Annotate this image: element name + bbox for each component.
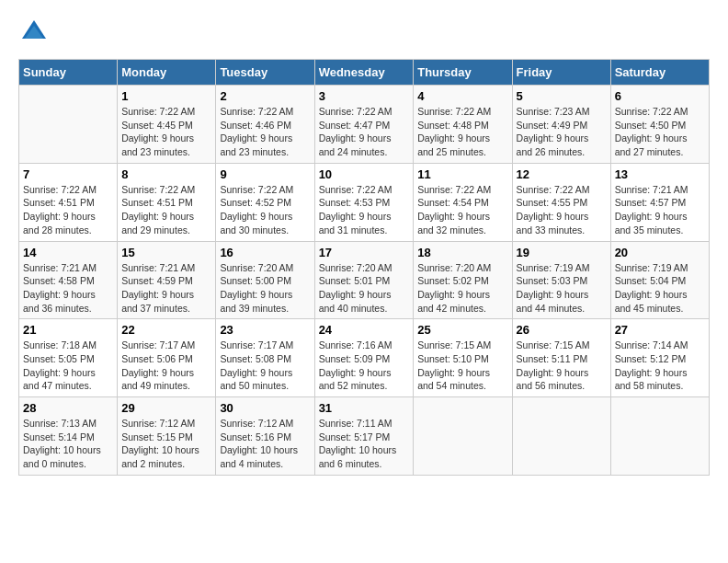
day-cell: 10Sunrise: 7:22 AM Sunset: 4:53 PM Dayli… bbox=[314, 163, 414, 241]
day-number: 15 bbox=[121, 246, 211, 259]
day-cell: 31Sunrise: 7:11 AM Sunset: 5:17 PM Dayli… bbox=[314, 397, 414, 476]
day-info: Sunrise: 7:20 AM Sunset: 5:00 PM Dayligh… bbox=[220, 261, 310, 316]
day-number: 25 bbox=[417, 323, 507, 337]
weekday-header-tuesday: Tuesday bbox=[216, 60, 314, 86]
week-row-5: 28Sunrise: 7:13 AM Sunset: 5:14 PM Dayli… bbox=[19, 397, 710, 476]
week-row-2: 7Sunrise: 7:22 AM Sunset: 4:51 PM Daylig… bbox=[19, 163, 710, 241]
day-number: 5 bbox=[517, 89, 607, 103]
day-number: 31 bbox=[319, 401, 410, 415]
day-number: 30 bbox=[220, 401, 310, 415]
day-number: 21 bbox=[23, 323, 113, 337]
weekday-header-wednesday: Wednesday bbox=[314, 60, 414, 86]
day-info: Sunrise: 7:19 AM Sunset: 5:04 PM Dayligh… bbox=[615, 261, 705, 316]
day-number: 24 bbox=[319, 323, 410, 337]
weekday-header-monday: Monday bbox=[118, 60, 216, 86]
day-number: 2 bbox=[220, 89, 310, 103]
day-number: 28 bbox=[23, 401, 113, 415]
day-cell bbox=[610, 397, 709, 476]
day-info: Sunrise: 7:23 AM Sunset: 4:49 PM Dayligh… bbox=[517, 105, 607, 159]
day-info: Sunrise: 7:12 AM Sunset: 5:16 PM Dayligh… bbox=[220, 417, 310, 471]
weekday-header-friday: Friday bbox=[512, 60, 610, 86]
day-cell: 21Sunrise: 7:18 AM Sunset: 5:05 PM Dayli… bbox=[19, 319, 118, 397]
day-cell: 5Sunrise: 7:23 AM Sunset: 4:49 PM Daylig… bbox=[512, 86, 610, 164]
day-info: Sunrise: 7:22 AM Sunset: 4:52 PM Dayligh… bbox=[220, 183, 310, 237]
week-row-3: 14Sunrise: 7:21 AM Sunset: 4:58 PM Dayli… bbox=[19, 241, 710, 319]
day-number: 3 bbox=[319, 89, 410, 103]
day-cell: 24Sunrise: 7:16 AM Sunset: 5:09 PM Dayli… bbox=[314, 319, 414, 397]
day-info: Sunrise: 7:21 AM Sunset: 4:57 PM Dayligh… bbox=[615, 183, 705, 237]
logo-icon bbox=[20, 18, 48, 46]
day-number: 14 bbox=[23, 246, 113, 259]
day-cell: 12Sunrise: 7:22 AM Sunset: 4:55 PM Dayli… bbox=[512, 163, 610, 241]
day-cell: 3Sunrise: 7:22 AM Sunset: 4:47 PM Daylig… bbox=[314, 86, 414, 164]
day-cell bbox=[19, 86, 118, 164]
day-cell: 23Sunrise: 7:17 AM Sunset: 5:08 PM Dayli… bbox=[216, 319, 314, 397]
weekday-header-thursday: Thursday bbox=[414, 60, 512, 86]
day-cell: 27Sunrise: 7:14 AM Sunset: 5:12 PM Dayli… bbox=[610, 319, 709, 397]
day-number: 10 bbox=[319, 167, 410, 181]
day-info: Sunrise: 7:22 AM Sunset: 4:55 PM Dayligh… bbox=[517, 183, 607, 237]
day-cell: 14Sunrise: 7:21 AM Sunset: 4:58 PM Dayli… bbox=[19, 241, 118, 319]
day-number: 29 bbox=[121, 401, 211, 415]
day-number: 1 bbox=[121, 89, 211, 103]
day-cell: 20Sunrise: 7:19 AM Sunset: 5:04 PM Dayli… bbox=[610, 241, 709, 319]
day-info: Sunrise: 7:14 AM Sunset: 5:12 PM Dayligh… bbox=[615, 339, 705, 393]
day-number: 8 bbox=[121, 167, 211, 181]
day-cell: 25Sunrise: 7:15 AM Sunset: 5:10 PM Dayli… bbox=[414, 319, 512, 397]
day-info: Sunrise: 7:22 AM Sunset: 4:48 PM Dayligh… bbox=[417, 105, 507, 159]
day-info: Sunrise: 7:13 AM Sunset: 5:14 PM Dayligh… bbox=[23, 417, 113, 471]
day-number: 23 bbox=[220, 323, 310, 337]
day-number: 16 bbox=[220, 246, 310, 259]
day-info: Sunrise: 7:11 AM Sunset: 5:17 PM Dayligh… bbox=[319, 417, 410, 471]
day-cell: 1Sunrise: 7:22 AM Sunset: 4:45 PM Daylig… bbox=[118, 86, 216, 164]
day-info: Sunrise: 7:20 AM Sunset: 5:02 PM Dayligh… bbox=[417, 261, 507, 316]
day-cell: 7Sunrise: 7:22 AM Sunset: 4:51 PM Daylig… bbox=[19, 163, 118, 241]
day-cell: 17Sunrise: 7:20 AM Sunset: 5:01 PM Dayli… bbox=[314, 241, 414, 319]
day-cell: 11Sunrise: 7:22 AM Sunset: 4:54 PM Dayli… bbox=[414, 163, 512, 241]
day-cell: 26Sunrise: 7:15 AM Sunset: 5:11 PM Dayli… bbox=[512, 319, 610, 397]
day-number: 17 bbox=[319, 246, 410, 259]
day-number: 4 bbox=[417, 89, 507, 103]
day-info: Sunrise: 7:17 AM Sunset: 5:06 PM Dayligh… bbox=[121, 339, 211, 393]
day-cell: 13Sunrise: 7:21 AM Sunset: 4:57 PM Dayli… bbox=[610, 163, 709, 241]
day-number: 19 bbox=[517, 246, 607, 259]
day-cell: 16Sunrise: 7:20 AM Sunset: 5:00 PM Dayli… bbox=[216, 241, 314, 319]
day-cell: 2Sunrise: 7:22 AM Sunset: 4:46 PM Daylig… bbox=[216, 86, 314, 164]
day-info: Sunrise: 7:12 AM Sunset: 5:15 PM Dayligh… bbox=[121, 417, 211, 471]
day-cell bbox=[414, 397, 512, 476]
day-number: 27 bbox=[615, 323, 705, 337]
day-number: 26 bbox=[517, 323, 607, 337]
weekday-header-row: SundayMondayTuesdayWednesdayThursdayFrid… bbox=[19, 60, 710, 86]
day-number: 7 bbox=[23, 167, 113, 181]
day-info: Sunrise: 7:19 AM Sunset: 5:03 PM Dayligh… bbox=[517, 261, 607, 316]
page-header bbox=[18, 18, 710, 50]
day-info: Sunrise: 7:22 AM Sunset: 4:50 PM Dayligh… bbox=[615, 105, 705, 159]
weekday-header-saturday: Saturday bbox=[610, 60, 709, 86]
day-cell: 9Sunrise: 7:22 AM Sunset: 4:52 PM Daylig… bbox=[216, 163, 314, 241]
day-number: 6 bbox=[615, 89, 705, 103]
day-info: Sunrise: 7:22 AM Sunset: 4:51 PM Dayligh… bbox=[23, 183, 113, 237]
day-cell bbox=[512, 397, 610, 476]
day-cell: 18Sunrise: 7:20 AM Sunset: 5:02 PM Dayli… bbox=[414, 241, 512, 319]
day-info: Sunrise: 7:21 AM Sunset: 4:58 PM Dayligh… bbox=[23, 261, 113, 316]
day-info: Sunrise: 7:20 AM Sunset: 5:01 PM Dayligh… bbox=[319, 261, 410, 316]
day-info: Sunrise: 7:22 AM Sunset: 4:51 PM Dayligh… bbox=[121, 183, 211, 237]
day-cell: 22Sunrise: 7:17 AM Sunset: 5:06 PM Dayli… bbox=[118, 319, 216, 397]
day-cell: 8Sunrise: 7:22 AM Sunset: 4:51 PM Daylig… bbox=[118, 163, 216, 241]
day-cell: 19Sunrise: 7:19 AM Sunset: 5:03 PM Dayli… bbox=[512, 241, 610, 319]
day-cell: 28Sunrise: 7:13 AM Sunset: 5:14 PM Dayli… bbox=[19, 397, 118, 476]
day-cell: 4Sunrise: 7:22 AM Sunset: 4:48 PM Daylig… bbox=[414, 86, 512, 164]
week-row-1: 1Sunrise: 7:22 AM Sunset: 4:45 PM Daylig… bbox=[19, 86, 710, 164]
day-info: Sunrise: 7:22 AM Sunset: 4:47 PM Dayligh… bbox=[319, 105, 410, 159]
calendar-table: SundayMondayTuesdayWednesdayThursdayFrid… bbox=[18, 59, 710, 476]
day-number: 9 bbox=[220, 167, 310, 181]
day-number: 11 bbox=[417, 167, 507, 181]
day-info: Sunrise: 7:15 AM Sunset: 5:10 PM Dayligh… bbox=[417, 339, 507, 393]
day-info: Sunrise: 7:22 AM Sunset: 4:53 PM Dayligh… bbox=[319, 183, 410, 237]
day-info: Sunrise: 7:22 AM Sunset: 4:54 PM Dayligh… bbox=[417, 183, 507, 237]
day-info: Sunrise: 7:16 AM Sunset: 5:09 PM Dayligh… bbox=[319, 339, 410, 393]
day-number: 20 bbox=[615, 246, 705, 259]
day-cell: 29Sunrise: 7:12 AM Sunset: 5:15 PM Dayli… bbox=[118, 397, 216, 476]
week-row-4: 21Sunrise: 7:18 AM Sunset: 5:05 PM Dayli… bbox=[19, 319, 710, 397]
day-info: Sunrise: 7:22 AM Sunset: 4:46 PM Dayligh… bbox=[220, 105, 310, 159]
